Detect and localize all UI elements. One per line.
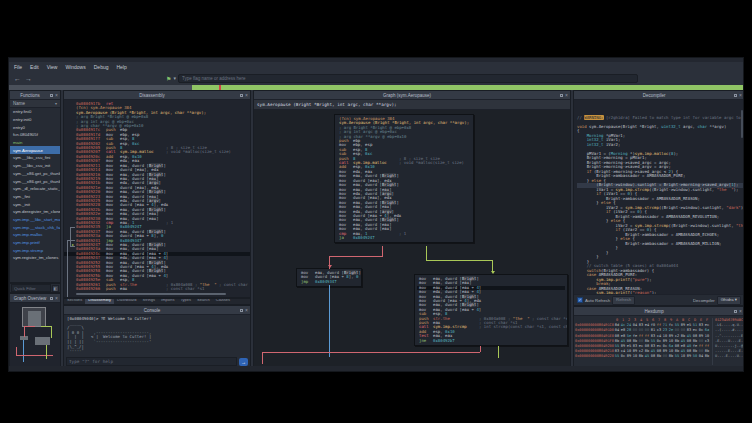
graph-overview-titlebar[interactable]: Graph Overview × — [10, 294, 60, 303]
menu-windows[interactable]: Windows — [65, 64, 85, 70]
auto-refresh-checkbox[interactable]: ✓ — [577, 297, 583, 303]
function-item[interactable]: sym.__x86.get_pc_thunk.bp — [10, 170, 60, 178]
quick-filter-input[interactable] — [11, 284, 51, 292]
console-send-icon[interactable]: → — [239, 358, 248, 366]
close-icon[interactable]: × — [55, 93, 58, 98]
hexdump-panel-titlebar[interactable]: Hexdump × — [574, 307, 744, 316]
asm-line[interactable]: 0x08049266pusheax; const char *s1 — [64, 287, 250, 291]
close-icon[interactable]: × — [245, 93, 248, 98]
asm-mnemonic: jmp — [301, 280, 315, 284]
asm-comment: ; 1 — [166, 221, 173, 225]
auto-refresh-label: Auto Refresh — [585, 298, 610, 303]
back-icon[interactable]: ← — [14, 75, 21, 82]
functions-column-header[interactable]: Name ▾ — [10, 100, 60, 108]
tab-dashboard[interactable]: Dashboard — [114, 298, 140, 304]
function-item[interactable]: entry.fini0 — [10, 108, 60, 116]
undock-icon[interactable] — [734, 94, 737, 97]
function-item[interactable]: sym._fini — [10, 193, 60, 201]
function-item[interactable]: sym.imp.printf — [10, 239, 60, 247]
tab-strings[interactable]: Strings — [140, 298, 158, 304]
graph-panel-titlebar[interactable]: Graph (sym.Aeropause) × — [254, 91, 570, 100]
disassembly-panel-titlebar[interactable]: Disassembly × — [64, 91, 250, 100]
function-item[interactable]: sym.__libc_csu_init — [10, 162, 60, 170]
function-item[interactable]: entry0 — [10, 123, 60, 131]
close-icon[interactable]: × — [55, 296, 58, 301]
functions-panel-titlebar[interactable]: Functions × — [10, 91, 60, 100]
graph-node[interactable]: moveax, dword [Bright]moveax, dword [eax… — [414, 274, 568, 346]
horizontal-scrollbar[interactable] — [76, 293, 226, 295]
console-panel-titlebar[interactable]: Console × — [64, 306, 250, 315]
function-item[interactable]: sym.deregister_tm_clones — [10, 208, 60, 216]
function-item[interactable]: fcn.0804905f — [10, 131, 60, 139]
asm-line[interactable]: ja0x8049247 — [337, 236, 471, 240]
graph-overview-canvas[interactable] — [10, 303, 60, 367]
decompiler-panel-titlebar[interactable]: Decompiler × — [574, 91, 744, 100]
edge-true — [426, 246, 427, 260]
decompiler-line[interactable]: void sym.Aeropause(Bright *Bright, uint3… — [577, 125, 744, 130]
function-item[interactable]: sym.imp.__stack_chk_fail — [10, 223, 60, 231]
asm-line[interactable]: jne0x80492b7 — [417, 339, 565, 343]
undock-icon[interactable] — [240, 94, 243, 97]
refresh-button[interactable]: Refresh — [612, 296, 635, 305]
sort-caret-icon[interactable]: ▾ — [55, 101, 57, 106]
edge-false — [480, 346, 481, 352]
flag-dropdown-caret-icon[interactable]: ▾ — [173, 75, 176, 81]
hexdump-bytes: 0123456789ABCDEF8d4c240483e4f0ff71fc5589… — [614, 318, 712, 365]
undock-icon[interactable] — [50, 94, 53, 97]
function-item[interactable]: sym._init — [10, 200, 60, 208]
tab-search[interactable]: Search — [194, 298, 213, 304]
close-icon[interactable]: × — [245, 308, 248, 313]
console-ascii-art-line: `-----' — [67, 349, 247, 354]
edge-unconditional — [329, 285, 330, 357]
asm-comment: ; void *malloc(size_t size) — [399, 161, 464, 165]
jump-target-arrow-icon: ▸ — [72, 243, 74, 247]
menu-file[interactable]: File — [14, 64, 22, 70]
disassembly-panel: Disassembly × ▸ 0x080491fbret(fcn) sym.A… — [63, 90, 251, 298]
undock-icon[interactable] — [240, 309, 243, 312]
hexdump-content[interactable]: 0x00000000080491C00x00000000080491D00x00… — [574, 316, 744, 367]
function-item[interactable]: sym.__libc_csu_fini — [10, 154, 60, 162]
decompiler-engine-select[interactable]: Ghidra ▾ — [717, 296, 741, 305]
function-item[interactable]: sym.imp.__libc_start_main — [10, 216, 60, 224]
function-item[interactable]: sym.Aeropause — [10, 146, 60, 154]
flag-icon[interactable]: ⚑ — [166, 75, 171, 82]
tab-sections[interactable]: Sections — [64, 298, 85, 304]
overview-edge — [24, 326, 35, 337]
menu-help[interactable]: Help — [116, 64, 126, 70]
undock-icon[interactable] — [734, 310, 737, 313]
hexdump-panel-title: Hexdump — [574, 309, 734, 314]
function-item[interactable]: sym.__x86.get_pc_thunk.bx — [10, 177, 60, 185]
undock-icon[interactable] — [560, 94, 563, 97]
filter-options-button[interactable]: ◧ — [52, 285, 59, 292]
tab-classes[interactable]: Classes — [213, 298, 233, 304]
forward-icon[interactable]: → — [25, 75, 32, 82]
search-input[interactable] — [178, 74, 638, 83]
edge-false — [262, 352, 480, 353]
close-icon[interactable]: × — [565, 93, 568, 98]
function-item[interactable]: main — [10, 139, 60, 147]
vertical-scrollbar[interactable] — [741, 110, 743, 138]
edge-false — [329, 256, 383, 269]
asm-operands: eax — [120, 287, 166, 291]
function-item[interactable]: sym.imp.malloc — [10, 231, 60, 239]
console-input[interactable] — [66, 357, 237, 366]
graph-canvas[interactable]: (fcn) sym.Aeropause 384sym.Aeropause (Br… — [254, 110, 570, 367]
function-item[interactable]: sym._dl_relocate_static_pie — [10, 185, 60, 193]
edge-arrow-icon — [491, 271, 495, 274]
asm-line[interactable]: jmp0x8049347 — [299, 280, 359, 284]
function-item[interactable]: entry.init0 — [10, 116, 60, 124]
tab-disassembly[interactable]: Disassembly — [85, 298, 114, 304]
menu-edit[interactable]: Edit — [30, 64, 39, 70]
function-item[interactable]: sym.register_tm_clones — [10, 254, 60, 262]
tab-types[interactable]: Types — [177, 298, 194, 304]
close-icon[interactable]: × — [739, 93, 742, 98]
close-icon[interactable]: × — [739, 309, 742, 314]
decompiler-line[interactable]: // WARNING: [r2ghidra] Failed to match t… — [577, 116, 744, 121]
tab-imports[interactable]: Imports — [158, 298, 177, 304]
menu-debug[interactable]: Debug — [94, 64, 109, 70]
menu-view[interactable]: View — [47, 64, 58, 70]
graph-node[interactable]: (fcn) sym.Aeropause 384sym.Aeropause (Br… — [334, 114, 474, 243]
hex-byte[interactable]: 8b — [704, 354, 710, 359]
function-item[interactable]: sym.imp.strcmp — [10, 246, 60, 254]
undock-icon[interactable] — [50, 297, 53, 300]
